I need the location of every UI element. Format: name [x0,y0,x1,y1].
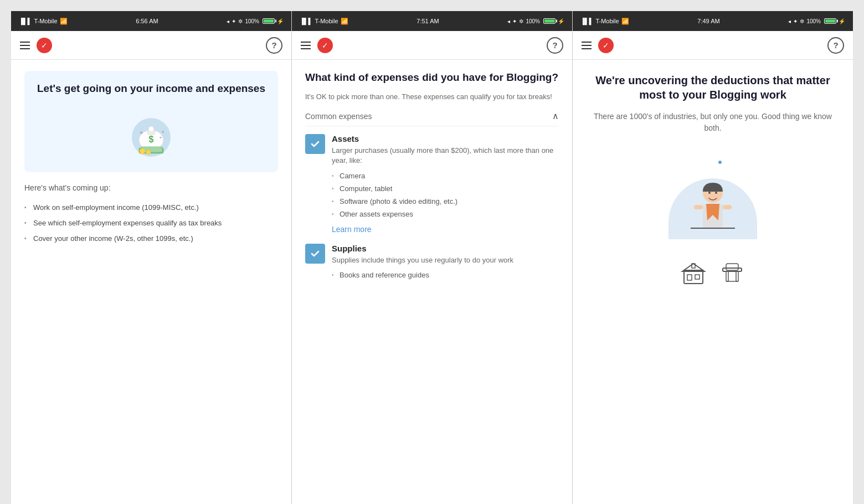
checkmark-icon-3: ✓ [603,41,609,50]
status-left-2: ▐▌▌ T-Mobile 📶 [300,18,348,25]
status-left-1: ▐▌▌ T-Mobile 📶 [19,18,68,25]
app-bar-left-2: ✓ [301,38,333,53]
time-3: 7:49 AM [697,18,719,24]
svg-point-3 [148,126,154,132]
signal-bars-icon-2: ▐▌▌ [300,18,312,24]
bluetooth-icon-1: ✲ [238,18,243,24]
charging-icon-1: ⚡ [277,18,284,24]
svg-rect-22 [687,275,692,280]
location-icon-2: ◂ [507,18,510,24]
carrier-name-3: T-Mobile [595,18,619,24]
battery-text-1: 100% [245,18,259,24]
svg-text:✦: ✦ [139,130,143,136]
house-icon-item [680,259,707,287]
common-expenses-section-header: Common expenses ∧ [305,111,559,126]
question-icon-3: ? [833,40,838,50]
signal-icon-1: ✦ [232,18,236,24]
learn-more-link[interactable]: Learn more [305,225,559,234]
app-bar-left-3: ✓ [582,38,614,53]
svg-point-11 [146,150,151,155]
expense-name-assets: Assets [332,134,559,143]
checkbox-assets[interactable] [305,134,325,154]
signal-icon-3: ✦ [793,18,798,24]
wifi-icon-3: 📶 [621,18,629,25]
checkmark-circle-3[interactable]: ✓ [598,38,614,53]
expense-subitems-supplies: Books and reference guides [305,269,559,281]
bluetooth-icon-3: ✲ [800,18,804,24]
section-title-label: Common expenses [305,112,372,121]
expense-desc-assets: Larger purchases (usually more than $200… [332,146,559,166]
time-2: 7:51 AM [416,18,439,24]
signal-icon-2: ✦ [512,18,517,24]
location-icon-1: ◂ [227,18,229,24]
help-button-3[interactable]: ? [827,37,844,54]
help-button-1[interactable]: ? [266,37,282,54]
location-icon-3: ◂ [788,18,791,24]
status-right-2: ◂ ✦ ✲ 100% ⚡ [507,18,564,24]
expense-text-assets: Assets Larger purchases (usually more th… [332,134,559,166]
screen2-content: What kind of expenses did you have for B… [292,60,572,504]
screen1-inner: Let's get going on your income and expen… [11,60,291,258]
wifi-icon-2: 📶 [341,18,348,25]
subitem-computer: Computer, tablet [332,182,559,195]
question-icon-2: ? [552,40,557,50]
icons-row [586,259,840,287]
expense-name-supplies: Supplies [332,244,513,253]
question-icon-1: ? [271,40,276,50]
screen2-subtitle: It's OK to pick more than one. These exp… [305,91,559,102]
wifi-icon-1: 📶 [60,18,68,25]
phone-screen-1: ▐▌▌ T-Mobile 📶 6:56 AM ◂ ✦ ✲ 100% ⚡ [11,11,292,504]
help-button-2[interactable]: ? [547,37,563,54]
svg-point-17 [715,192,717,194]
screen3-inner: We're uncovering the deductions that mat… [573,60,853,300]
status-bar-1: ▐▌▌ T-Mobile 📶 6:56 AM ◂ ✦ ✲ 100% ⚡ [11,11,291,31]
expense-desc-supplies: Supplies include things you use regularl… [332,255,513,265]
svg-rect-21 [684,270,703,284]
svg-rect-23 [695,275,700,279]
money-bag-illustration: $ ✦ ✦ ✦ [118,107,184,157]
carrier-name-2: T-Mobile [315,18,338,24]
checkmark-circle-2[interactable]: ✓ [317,38,333,53]
svg-text:✦: ✦ [161,130,165,135]
checkmark-icon-2: ✓ [322,41,328,50]
worker-illustration [657,151,768,250]
expense-subitems-assets: Camera Computer, tablet Software (photo … [305,169,559,220]
battery-bar-1 [263,18,275,24]
battery-bar-3 [824,18,836,24]
screen3-title: We're uncovering the deductions that mat… [586,73,840,102]
hamburger-menu-icon-2[interactable] [301,42,311,49]
hamburger-menu-icon-3[interactable] [582,42,592,49]
bullet-item-1: Work on self-employment income (1099-MIS… [24,200,278,215]
checkmark-circle-1[interactable]: ✓ [37,38,52,53]
screen3-content: We're uncovering the deductions that mat… [573,60,853,504]
time-1: 6:56 AM [136,18,158,24]
screens-container: ▐▌▌ T-Mobile 📶 6:56 AM ◂ ✦ ✲ 100% ⚡ [11,11,853,504]
screen1-intro: Here's what's coming up: [24,183,278,192]
screen1-bullet-list: Work on self-employment income (1099-MIS… [24,200,278,247]
svg-rect-26 [723,268,742,271]
app-bar-1: ✓ ? [11,31,291,60]
app-bar-left-1: ✓ [20,38,52,53]
battery-text-3: 100% [806,18,821,24]
status-right-1: ◂ ✦ ✲ 100% ⚡ [227,18,284,24]
app-bar-2: ✓ ? [292,31,572,60]
checkbox-supplies[interactable] [305,244,325,264]
bullet-item-3: Cover your other income (W-2s, other 109… [24,231,278,246]
screen3-subtitle: There are 1000's of industries, but only… [586,111,840,134]
chevron-up-icon[interactable]: ∧ [552,111,559,121]
svg-rect-29 [726,264,738,270]
screen2-title: What kind of expenses did you have for B… [305,71,559,85]
svg-point-10 [140,148,145,154]
screen1-content: Let's get going on your income and expen… [11,60,291,504]
bluetooth-icon-2: ✲ [519,18,523,24]
svg-rect-28 [736,271,738,281]
signal-bars-icon-3: ▐▌▌ [580,18,593,24]
screen1-hero-card: Let's get going on your income and expen… [24,71,278,172]
hamburger-menu-icon-1[interactable] [20,42,30,49]
expense-header-supplies: Supplies Supplies include things you use… [305,244,559,265]
signal-bars-icon: ▐▌▌ [19,18,32,24]
expense-header-assets: Assets Larger purchases (usually more th… [305,134,559,166]
bullet-item-2: See which self-employment expenses quali… [24,215,278,231]
status-bar-3: ▐▌▌ T-Mobile 📶 7:49 AM ◂ ✦ ✲ 100% ⚡ [573,11,853,31]
dot-accent [718,161,722,164]
